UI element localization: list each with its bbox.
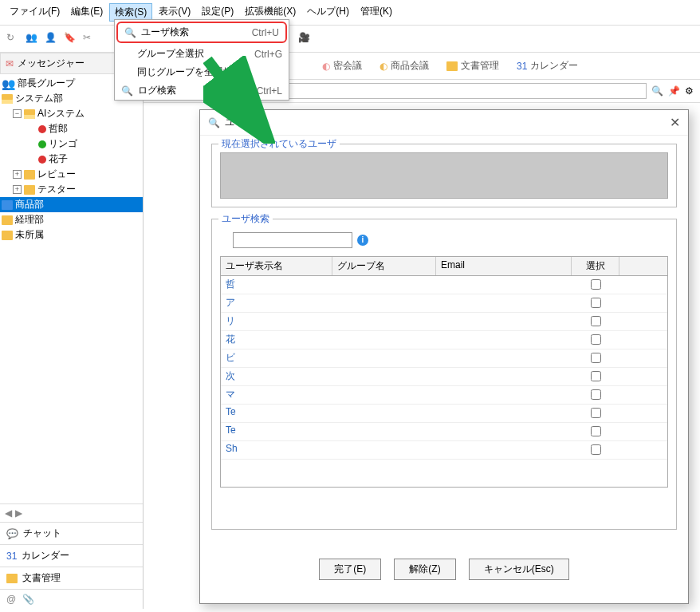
- menu-same-group-label: 同じグループを全選択: [137, 65, 233, 79]
- gear-icon[interactable]: ⚙: [685, 85, 694, 97]
- folder-icon: [24, 109, 35, 119]
- release-button[interactable]: 解除(Z): [394, 559, 455, 580]
- nav-left-icon[interactable]: ◀: [5, 507, 12, 519]
- attach-icon[interactable]: 📎: [22, 594, 34, 605]
- select-checkbox[interactable]: [591, 444, 601, 455]
- table-row[interactable]: ビ: [221, 349, 667, 368]
- menubar[interactable]: ファイル(F) 編集(E) 検索(S) 表示(V) 設定(P) 拡張機能(X) …: [0, 0, 700, 26]
- expand-icon[interactable]: +: [13, 170, 22, 179]
- col-header-group[interactable]: グループ名: [332, 257, 436, 275]
- selected-users-fieldset: 現在選択されているユーザ: [211, 144, 677, 207]
- tree-label: 部長グループ: [18, 77, 75, 90]
- select-checkbox[interactable]: [591, 298, 601, 308]
- tree-label: 花子: [49, 152, 68, 166]
- expand-icon[interactable]: +: [13, 185, 22, 194]
- at-icon[interactable]: @: [6, 594, 16, 605]
- select-checkbox[interactable]: [591, 426, 601, 436]
- cell-name: 次: [221, 368, 332, 385]
- cell-select: [572, 368, 619, 385]
- menu-group-all[interactable]: グループ全選択 Ctrl+G: [115, 45, 289, 63]
- tree-label: 商品部: [15, 198, 44, 211]
- table-row[interactable]: Sh: [221, 441, 667, 460]
- user-icon[interactable]: 👤: [45, 32, 59, 46]
- menu-help[interactable]: ヘルプ(H): [302, 3, 354, 22]
- chat-section[interactable]: 💬チャット: [0, 522, 143, 544]
- tree-user-tetsuro[interactable]: 哲郎: [0, 121, 143, 136]
- menu-admin[interactable]: 管理(K): [356, 3, 397, 22]
- info-icon[interactable]: i: [357, 235, 368, 246]
- users-icon[interactable]: 👥: [26, 32, 40, 46]
- user-search-fieldset: ユーザ検索 i ユーザ表示名 グループ名 Email 選択 哲アリ花ビ次マTeT…: [211, 219, 677, 530]
- tab-secret[interactable]: ◐密会議: [317, 57, 367, 74]
- col-header-name[interactable]: ユーザ表示名: [221, 257, 332, 275]
- tree-unassigned[interactable]: 未所属: [0, 227, 143, 243]
- menu-file[interactable]: ファイル(F): [5, 3, 65, 22]
- user-search-input[interactable]: [233, 232, 352, 248]
- pie-icon: ◐: [379, 61, 387, 72]
- tree-ai[interactable]: −AIシステム: [0, 106, 143, 121]
- tab-calendar[interactable]: 31カレンダー: [512, 57, 583, 74]
- select-checkbox[interactable]: [591, 389, 601, 400]
- select-checkbox[interactable]: [591, 408, 601, 418]
- scissors-icon[interactable]: ✂: [83, 32, 97, 46]
- table-row[interactable]: マ: [221, 386, 667, 405]
- search-icon[interactable]: 🔍: [651, 85, 663, 97]
- menu-same-group[interactable]: 同じグループを全選択: [115, 63, 289, 81]
- cell-select: [572, 405, 619, 422]
- cell-group: [332, 294, 436, 312]
- search-icon: 🔍: [124, 27, 136, 38]
- tree-tester[interactable]: +テスター: [0, 182, 143, 197]
- menu-user-search[interactable]: 🔍 ユーザ検索 Ctrl+U: [116, 22, 287, 43]
- select-checkbox[interactable]: [591, 316, 601, 326]
- search-dropdown: 🔍 ユーザ検索 Ctrl+U グループ全選択 Ctrl+G 同じグループを全選択…: [114, 19, 289, 101]
- tree-user-ringo[interactable]: リンゴ: [0, 136, 143, 152]
- tab-docs[interactable]: 文書管理: [442, 57, 504, 74]
- video-icon[interactable]: 🎥: [298, 32, 313, 46]
- menu-log-search[interactable]: 🔍 ログ検索 Ctrl+L: [115, 81, 289, 100]
- tree-accounting[interactable]: 経理部: [0, 212, 143, 227]
- col-header-select[interactable]: 選択: [572, 257, 619, 275]
- table-row[interactable]: リ: [221, 313, 667, 331]
- tree-products[interactable]: 商品部: [0, 197, 143, 212]
- folder-icon: [24, 170, 35, 180]
- tab-product[interactable]: ◐商品会議: [375, 57, 434, 74]
- pin-icon[interactable]: 📌: [668, 85, 680, 97]
- select-checkbox[interactable]: [591, 353, 601, 363]
- menu-edit[interactable]: 編集(E): [66, 3, 108, 22]
- cell-email: [436, 386, 572, 404]
- done-button[interactable]: 完了(E): [319, 559, 381, 580]
- select-checkbox[interactable]: [591, 371, 601, 381]
- tree-user-hanako[interactable]: 花子: [0, 152, 143, 167]
- group-icon: 👥: [2, 77, 15, 90]
- close-icon[interactable]: ✕: [670, 115, 680, 130]
- table-row[interactable]: Te: [221, 405, 667, 423]
- col-header-email[interactable]: Email: [436, 257, 572, 275]
- cell-name: ビ: [221, 349, 332, 367]
- cell-email: [436, 331, 572, 349]
- select-checkbox[interactable]: [591, 279, 601, 290]
- docs-section[interactable]: 文書管理: [0, 567, 143, 589]
- user-search-dialog: 🔍 ユ ✕ 現在選択されているユーザ ユーザ検索 i ユーザ表示名 グループ名 …: [199, 109, 689, 604]
- section-label: チャット: [23, 527, 61, 540]
- tree-review[interactable]: +レビュー: [0, 167, 143, 182]
- table-body[interactable]: 哲アリ花ビ次マTeTeSh: [221, 276, 667, 485]
- tree-label: 哲郎: [49, 122, 68, 136]
- cell-select: [572, 331, 619, 349]
- nav-right-icon[interactable]: ▶: [15, 507, 22, 519]
- table-row[interactable]: 哲: [221, 276, 667, 294]
- table-header: ユーザ表示名 グループ名 Email 選択: [221, 257, 667, 276]
- tab-label: 商品会議: [391, 59, 429, 73]
- tag-icon[interactable]: 🔖: [64, 32, 78, 46]
- select-checkbox[interactable]: [591, 334, 601, 345]
- cancel-button[interactable]: キャンセル(Esc): [469, 559, 569, 580]
- table-row[interactable]: ア: [221, 294, 667, 313]
- table-row[interactable]: 花: [221, 331, 667, 349]
- cell-select: [572, 276, 619, 294]
- table-row[interactable]: 次: [221, 368, 667, 386]
- table-row[interactable]: Te: [221, 423, 667, 441]
- collapse-icon[interactable]: −: [13, 109, 22, 118]
- cell-email: [436, 441, 572, 459]
- tree-label: レビュー: [37, 168, 76, 181]
- calendar-section[interactable]: 31カレンダー: [0, 544, 143, 567]
- refresh-icon[interactable]: ↻: [6, 32, 21, 46]
